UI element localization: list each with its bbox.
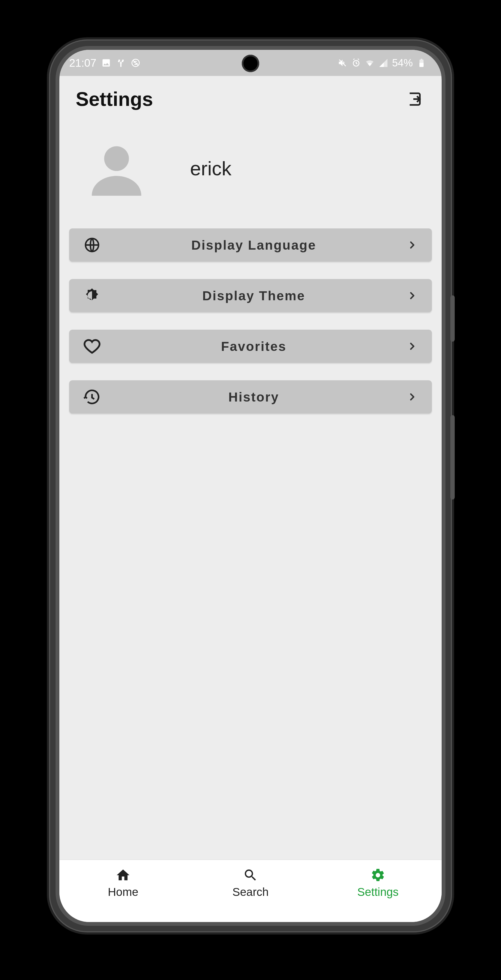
image-icon <box>101 58 111 68</box>
nav-search[interactable]: Search <box>221 867 280 899</box>
screen: 21:07 <box>59 50 442 922</box>
alarm-icon <box>351 58 361 68</box>
usb-icon <box>116 58 126 68</box>
settings-row-label: Display Language <box>102 238 406 253</box>
nav-settings[interactable]: Settings <box>348 867 408 899</box>
settings-row-label: History <box>102 390 406 404</box>
profile-row[interactable]: erick <box>59 122 442 228</box>
settings-row-favorites[interactable]: Favorites <box>69 330 432 363</box>
gear-icon <box>370 867 386 883</box>
page-header: Settings <box>59 76 442 122</box>
phone-side-button-1 <box>450 295 455 342</box>
logout-button[interactable] <box>406 89 425 109</box>
heart-icon <box>82 336 102 356</box>
mute-icon <box>338 58 347 68</box>
settings-list: Display Language Display Theme <box>59 228 442 414</box>
settings-row-label: Display Theme <box>102 288 406 303</box>
search-icon <box>242 867 259 883</box>
battery-text: 54% <box>392 57 413 69</box>
phone-frame: 21:07 <box>49 40 452 932</box>
settings-row-display-theme[interactable]: Display Theme <box>69 279 432 312</box>
nav-home-label: Home <box>108 886 138 899</box>
settings-row-display-language[interactable]: Display Language <box>69 228 432 262</box>
home-icon <box>115 867 131 883</box>
avatar <box>87 141 146 196</box>
page-title: Settings <box>76 88 153 110</box>
nav-settings-label: Settings <box>357 886 399 899</box>
chevron-right-icon <box>406 390 419 403</box>
camera-punch-hole <box>242 55 259 72</box>
signal-icon <box>379 58 388 68</box>
profile-name: erick <box>190 158 231 180</box>
brightness-icon <box>82 286 102 305</box>
battery-icon <box>417 58 426 68</box>
status-time: 21:07 <box>69 57 96 69</box>
status-left: 21:07 <box>69 57 140 69</box>
history-icon <box>82 387 102 407</box>
exit-icon <box>407 91 424 108</box>
chevron-right-icon <box>406 289 419 302</box>
chevron-right-icon <box>406 239 419 251</box>
settings-row-label: Favorites <box>102 339 406 354</box>
phone-side-button-2 <box>450 415 455 500</box>
person-icon <box>87 141 146 196</box>
nav-search-label: Search <box>232 886 269 899</box>
wifi-icon <box>365 58 375 68</box>
status-right: 54% <box>338 57 426 69</box>
bottom-nav: Home Search Settings <box>59 859 442 922</box>
settings-row-history[interactable]: History <box>69 380 432 414</box>
chevron-right-icon <box>406 340 419 353</box>
svg-point-2 <box>104 146 129 171</box>
sync-off-icon <box>131 58 140 68</box>
nav-home[interactable]: Home <box>93 867 153 899</box>
globe-icon <box>82 235 102 255</box>
